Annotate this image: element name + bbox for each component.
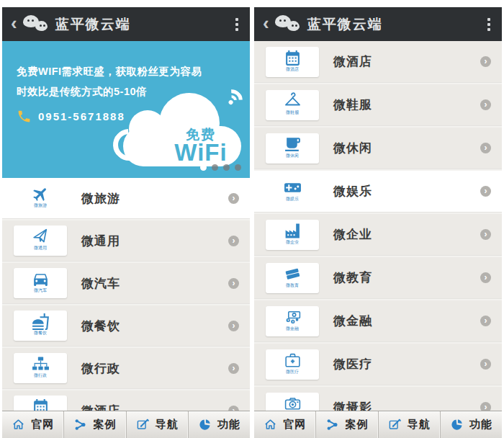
bottom-tabbar-left: 官网 案例 导航 功能 [2,411,250,438]
tabbar-item[interactable]: 官网 [254,411,316,438]
pie-icon [198,418,212,432]
compose-icon [136,418,150,432]
app-icon-caption: 微汽车 [34,288,47,293]
tabbar-item[interactable]: 案例 [316,411,378,438]
app-icon-card: 微娱乐 [266,176,319,207]
list-item-label: 微酒店 [81,403,120,411]
list-item[interactable]: 微企业 微企业 › [254,214,502,255]
app-icon-caption: 微鞋服 [286,110,299,115]
carousel-dot[interactable] [200,164,207,171]
bottom-tabbar-right: 官网 案例 导航 功能 [254,411,502,438]
airplane-icon [32,185,50,203]
list-item-label: 微摄影 [333,399,372,411]
list-item[interactable]: ¥¥ 微金融 微金融 › [254,300,502,341]
app-icon-caption: 微娱乐 [286,197,299,202]
chevron-right-icon: › [480,359,491,370]
list-item-label: 微餐饮 [81,318,120,334]
app-icon-card: 微旅游 [14,183,67,213]
app-icon-card: 微通用 [14,225,67,256]
chevron-right-icon: › [228,406,239,411]
overflow-menu-icon[interactable] [485,15,493,34]
tabbar-item[interactable]: 功能 [441,411,502,438]
list-item[interactable]: 微旅游 微旅游 › [2,178,250,218]
app-icon-caption: 微医疗 [286,370,299,375]
app-icon-card: 微摄影 [266,393,319,411]
phone-panel-right: ‹ 蓝平微云端 微酒店 微酒店 › [254,7,502,438]
phone-panel-left: ‹ 蓝平微云端 免费WIFI需求旺盛，获取粉丝更为容易 时效比是传统方式的5-1… [2,7,250,438]
list-item[interactable]: 微医疗 微医疗 › [254,344,502,385]
tabbar-item[interactable]: 功能 [189,411,250,438]
phone-handset-icon [17,109,32,124]
tabbar-item[interactable]: 案例 [64,411,126,438]
back-chevron-icon[interactable]: ‹ [11,14,17,32]
chevron-right-icon: › [228,321,239,331]
app-icon-card: 微酒店 [266,47,319,77]
list-item-label: 微企业 [333,226,372,243]
share-icon [73,418,87,432]
page-title: 蓝平微云端 [55,15,131,34]
chevron-right-icon: › [480,56,491,67]
list-item-label: 微医疗 [333,356,372,372]
list-item-label: 微休闲 [333,140,372,156]
list-item[interactable]: 微鞋服 微鞋服 › [254,84,502,125]
list-item-label: 微酒店 [333,53,372,70]
tab-label: 功能 [469,418,492,432]
wifi-signal-icon [215,85,249,120]
tab-label: 案例 [345,418,368,432]
list-item-label: 微汽车 [81,275,120,292]
back-chevron-icon[interactable]: ‹ [263,14,269,32]
list-item-label: 微娱乐 [333,183,372,200]
carousel-dot[interactable] [223,164,230,171]
calendar-icon [284,49,302,67]
chevron-right-icon: › [480,186,491,197]
list-item[interactable]: 微酒店 微酒店 › [254,41,502,82]
medkit-icon [284,352,302,370]
carousel-dot[interactable] [212,164,218,171]
tab-label: 导航 [156,418,179,432]
app-icon-card: ¥¥ 微金融 [266,306,319,336]
list-item[interactable]: 微酒店 微酒店 › [2,390,250,411]
tab-label: 功能 [217,418,240,432]
list-item-label: 微教育 [333,269,372,286]
list-item[interactable]: 微餐饮 微餐饮 › [2,305,250,346]
list-item[interactable]: 微行政 微行政 › [2,348,250,388]
app-header: ‹ 蓝平微云端 [254,7,502,41]
list-item[interactable]: 微休闲 微休闲 › [254,128,502,169]
banner-phone-number: 0951-5671888 [38,110,125,122]
coffee-cup-icon [284,135,302,153]
app-icon-caption: 微休闲 [286,153,299,158]
chevron-right-icon: › [228,236,239,246]
app-icon-card: 微酒店 [14,395,67,411]
carousel-dot[interactable] [235,164,241,171]
list-item[interactable]: 微摄影 微摄影 › [254,387,502,411]
app-list-left: 微旅游 微旅游 › 微通用 微通用 › 微汽车 微汽车 [2,178,250,411]
list-item[interactable]: 微通用 微通用 › [2,220,250,261]
tabbar-item[interactable]: 导航 [379,411,441,438]
gamepad-icon [284,179,302,197]
tabbar-item[interactable]: 官网 [2,411,64,438]
chevron-right-icon: › [480,143,491,153]
tab-label: 导航 [408,418,431,432]
tab-label: 官网 [31,418,54,432]
list-item-label: 微通用 [81,233,120,249]
overflow-menu-icon[interactable] [233,15,241,34]
app-icon-caption: 微通用 [34,246,47,251]
app-header: ‹ 蓝平微云端 [2,7,250,41]
app-icon-card: 微教育 [266,263,319,293]
tabbar-item[interactable]: 导航 [127,411,189,438]
promo-banner[interactable]: 免费WIFI需求旺盛，获取粉丝更为容易 时效比是传统方式的5-10倍 0951-… [2,41,250,178]
chevron-right-icon: › [480,316,491,326]
list-item-label: 微行政 [81,360,120,377]
pie-icon [450,418,464,432]
list-item[interactable]: 微汽车 微汽车 › [2,263,250,303]
calendar-icon [32,398,50,411]
camera-icon [284,395,302,411]
wechat-logo-icon [275,14,301,35]
list-item[interactable]: 微娱乐 微娱乐 › [254,171,502,212]
carousel-dots [200,164,241,171]
chevron-right-icon: › [228,193,239,204]
app-icon-card: 微医疗 [266,349,319,380]
list-item[interactable]: 微教育 微教育 › [254,257,502,298]
list-item-label: 微旅游 [81,190,120,207]
finance-icon: ¥¥ [284,308,302,326]
